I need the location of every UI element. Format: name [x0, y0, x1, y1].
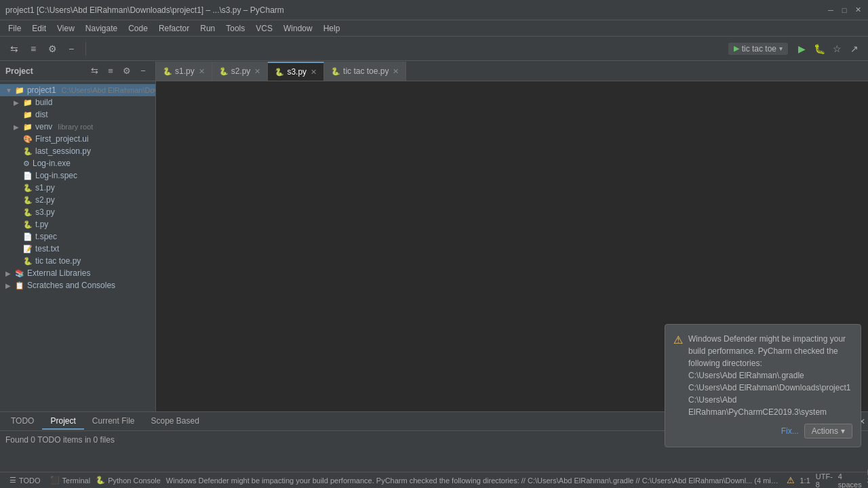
tab-label-ttt: tic tac toe.py — [343, 66, 389, 76]
menu-navigate[interactable]: Navigate — [80, 22, 123, 35]
tab-icon-s3: 🐍 — [275, 68, 284, 77]
debug-button[interactable]: 🐛 — [811, 41, 827, 57]
tab-s2py[interactable]: 🐍 s2.py ✕ — [212, 62, 269, 81]
tab-close-s1[interactable]: ✕ — [199, 67, 205, 76]
tree-item-dist[interactable]: 📁 dist — [0, 108, 155, 121]
run-configuration[interactable]: ▶ tic tac toe ▾ — [728, 43, 788, 55]
folder-icon-dist: 📁 — [23, 110, 33, 119]
tab-s3py[interactable]: 🐍 s3.py ✕ — [268, 62, 324, 81]
menu-tools[interactable]: Tools — [220, 22, 250, 35]
pyfile-icon-s1: 🐍 — [23, 184, 33, 192]
tree-label-s3: s3.py — [35, 207, 55, 217]
toolbar: ⇆ ≡ ⚙ − ▶ tic tac toe ▾ ▶ 🐛 ☆ ↗ — [0, 37, 868, 61]
tab-icon-ttt: 🐍 — [331, 67, 340, 76]
tree-item-s3py[interactable]: 🐍 s3.py — [0, 206, 155, 218]
spaces-indicator[interactable]: 4 spaces — [838, 472, 862, 489]
position-indicator[interactable]: 1:1 — [800, 476, 810, 485]
menu-view[interactable]: View — [52, 22, 80, 35]
todo-tab-scope-based[interactable]: Scope Based — [143, 413, 208, 430]
menu-code[interactable]: Code — [123, 22, 153, 35]
menu-vcs[interactable]: VCS — [250, 22, 278, 35]
menu-window[interactable]: Window — [278, 22, 318, 35]
tree-item-tspec[interactable]: 📄 t.spec — [0, 230, 155, 243]
collapse-button[interactable]: ≡ — [24, 40, 42, 58]
tree-item-venv[interactable]: ▶ 📁 venv library root — [0, 121, 155, 133]
pyfile-icon-ls: 🐍 — [23, 147, 33, 156]
tree-label-s2: s2.py — [35, 195, 55, 205]
status-right: ⚠ 1:1 UTF-8 4 spaces Python 3.7 (project… — [787, 468, 869, 489]
tree-item-last-session[interactable]: 🐍 last_session.py — [0, 145, 155, 157]
tree-item-log-in-spec[interactable]: 📄 Log-in.spec — [0, 169, 155, 182]
tree-item-s1py[interactable]: 🐍 s1.py — [0, 182, 155, 194]
python-console-status-item[interactable]: 🐍 Python Console — [96, 476, 161, 485]
todo-status-item[interactable]: ☰ TODO — [5, 474, 45, 486]
maximize-btn[interactable]: □ — [840, 5, 849, 15]
folder-icon-extlibs: 📚 — [15, 269, 24, 278]
tree-item-external-libs[interactable]: ▶ 📚 External Libraries — [0, 267, 155, 279]
tree-item-scratches[interactable]: ▶ 📋 Scratches and Consoles — [0, 279, 155, 291]
profile-button[interactable]: ↗ — [846, 41, 863, 57]
toolbar-separator — [85, 42, 86, 56]
menu-edit[interactable]: Edit — [26, 22, 52, 35]
tab-tictactoepy[interactable]: 🐍 tic tac toe.py ✕ — [324, 62, 406, 81]
sidebar-minimize-icon[interactable]: − — [136, 64, 150, 78]
tree-label-extlibs: External Libraries — [27, 268, 90, 278]
menu-run[interactable]: Run — [195, 22, 220, 35]
run-config-dropdown[interactable]: ▾ — [779, 45, 783, 52]
todo-tab-todo[interactable]: TODO — [3, 413, 42, 430]
tree-arrow-scratches: ▶ — [5, 282, 12, 289]
tab-label-s3: s3.py — [287, 67, 307, 77]
tab-close-s2[interactable]: ✕ — [254, 67, 260, 76]
tree-extra-project1: C:\Users\Abd ElRahman\Dow — [62, 86, 155, 94]
todo-found-message: Found 0 TODO items in 0 files — [5, 435, 115, 445]
todo-tab-project[interactable]: Project — [42, 413, 83, 430]
tree-label-ls: last_session.py — [35, 146, 91, 156]
coverage-button[interactable]: ☆ — [829, 41, 845, 57]
file-icon-fpu: 🎨 — [23, 135, 33, 144]
notification-popup: ⚠ Windows Defender might be impacting yo… — [665, 324, 861, 447]
minimize-panel-button[interactable]: − — [62, 40, 80, 58]
tree-item-tpy[interactable]: 🐍 t.py — [0, 218, 155, 230]
tree-label-fpu: First_project.ui — [35, 134, 89, 144]
tab-label-s1: s1.py — [175, 66, 195, 76]
folder-icon-build: 📁 — [23, 98, 33, 107]
tree-item-testtxt[interactable]: 📝 test.txt — [0, 243, 155, 255]
sidebar-settings-icon[interactable]: ⚙ — [120, 64, 134, 78]
tab-icon-s2: 🐍 — [219, 67, 229, 76]
terminal-status-item[interactable]: ⬛ Terminal — [50, 476, 91, 485]
tab-close-s3[interactable]: ✕ — [311, 68, 317, 77]
minimize-btn[interactable]: ─ — [826, 5, 835, 15]
todo-tab-current-file[interactable]: Current File — [84, 413, 143, 430]
encoding-indicator[interactable]: UTF-8 — [816, 472, 833, 489]
tree-label-tpy: t.py — [35, 220, 48, 229]
tab-s1py[interactable]: 🐍 s1.py ✕ — [156, 62, 212, 81]
tree-item-build[interactable]: ▶ 📁 build — [0, 96, 155, 108]
folder-icon-project1: 📁 — [15, 86, 24, 95]
tree-item-first-project-ui[interactable]: 🎨 First_project.ui — [0, 133, 155, 145]
sync-button[interactable]: ⇆ — [5, 40, 23, 58]
tree-item-project1[interactable]: ▼ 📁 project1 C:\Users\Abd ElRahman\Dow — [0, 84, 155, 96]
close-btn[interactable]: ✕ — [853, 5, 863, 15]
python-console-label: Python Console — [108, 476, 161, 485]
tree-label-venv: venv — [35, 122, 52, 131]
menu-file[interactable]: File — [3, 22, 26, 35]
title-bar: project1 [C:\Users\Abd ElRahman\Download… — [0, 0, 868, 20]
sidebar-sync-icon[interactable]: ⇆ — [87, 64, 101, 78]
run-button[interactable]: ▶ — [793, 41, 810, 57]
sidebar-collapse-icon[interactable]: ≡ — [104, 64, 117, 78]
menu-refactor[interactable]: Refactor — [153, 22, 195, 35]
menu-help[interactable]: Help — [318, 22, 346, 35]
tree-label-tspec: t.spec — [35, 232, 57, 241]
todo-status-label: TODO — [19, 476, 41, 485]
tab-close-ttt[interactable]: ✕ — [393, 67, 399, 76]
fix-link[interactable]: Fix... — [781, 426, 799, 436]
actions-button[interactable]: Actions ▾ — [804, 424, 852, 439]
status-left: ☰ TODO ⬛ Terminal 🐍 Python Console Windo… — [5, 474, 781, 486]
tree-item-tictactoepy[interactable]: 🐍 tic tac toe.py — [0, 255, 155, 267]
settings-button[interactable]: ⚙ — [43, 40, 61, 58]
tree-item-log-in-exe[interactable]: ⚙ Log-in.exe — [0, 157, 155, 169]
pyfile-icon-ttt: 🐍 — [23, 257, 33, 266]
tree-item-s2py[interactable]: 🐍 s2.py — [0, 194, 155, 206]
status-bar: ☰ TODO ⬛ Terminal 🐍 Python Console Windo… — [0, 472, 868, 488]
pyfile-icon-tpy: 🐍 — [23, 220, 33, 229]
